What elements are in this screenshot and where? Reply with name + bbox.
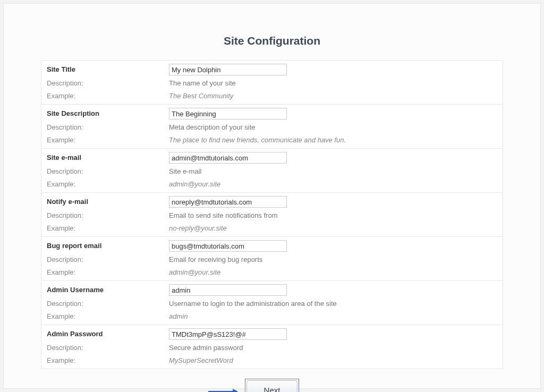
field-description: Email to send site notifications from	[169, 211, 277, 219]
site-description-input[interactable]	[169, 108, 287, 120]
config-panel: Site Configuration Site Title Descriptio…	[3, 3, 541, 389]
field-example: The Best Community	[169, 92, 233, 100]
field-example: admin@your.site	[169, 268, 220, 276]
example-label: Example:	[47, 224, 75, 232]
site-title-input[interactable]	[169, 64, 287, 75]
field-example: The place to find new friends, communica…	[169, 136, 346, 144]
svg-marker-1	[233, 389, 238, 392]
description-label: Description:	[47, 255, 83, 263]
description-label: Description:	[47, 79, 83, 87]
next-button-highlight: Next	[245, 379, 299, 392]
admin-username-input[interactable]	[169, 284, 287, 296]
field-description: Username to login to the administration …	[169, 300, 337, 308]
description-label: Description:	[47, 167, 83, 175]
notify-email-input[interactable]	[169, 196, 287, 208]
arrow-right-icon	[208, 388, 238, 392]
field-label: Site Description	[47, 109, 99, 117]
example-label: Example:	[47, 268, 75, 276]
field-example: admin	[169, 312, 188, 320]
description-label: Description:	[47, 123, 83, 131]
bug-email-input[interactable]	[169, 240, 287, 252]
field-group-admin-password: Admin Password Description: Secure admin…	[41, 325, 503, 369]
footer: Next	[41, 379, 503, 392]
field-group-admin-username: Admin Username Description: Username to …	[41, 281, 503, 325]
next-button[interactable]: Next	[246, 380, 298, 392]
example-label: Example:	[47, 180, 75, 188]
field-group-notify-email: Notify e-mail Description: Email to send…	[41, 193, 503, 237]
description-label: Description:	[47, 211, 83, 219]
example-label: Example:	[47, 312, 75, 320]
field-description: Meta description of your site	[169, 123, 256, 131]
field-label: Admin Username	[47, 286, 104, 294]
field-label: Admin Password	[47, 330, 103, 338]
field-example: MySuperSecretWord	[169, 356, 233, 364]
field-label: Site e-mail	[47, 154, 81, 161]
field-description: Email for receiving bug reports	[169, 255, 262, 263]
field-description: The name of your site	[169, 79, 236, 87]
field-group-site-title: Site Title Description: The name of your…	[41, 61, 503, 105]
field-description: Site e-mail	[169, 167, 201, 175]
field-example: no-reply@your.site	[169, 224, 227, 232]
config-form: Site Title Description: The name of your…	[41, 60, 503, 369]
example-label: Example:	[47, 92, 75, 100]
page-title: Site Configuration	[41, 35, 503, 47]
field-group-site-description: Site Description Description: Meta descr…	[41, 105, 503, 149]
field-description: Secure admin password	[169, 344, 243, 352]
field-label: Bug report email	[47, 242, 101, 250]
field-group-bug-email: Bug report email Description: Email for …	[41, 237, 503, 281]
field-example: admin@your.site	[169, 180, 220, 188]
field-group-site-email: Site e-mail Description: Site e-mail Exa…	[41, 149, 503, 193]
example-label: Example:	[47, 136, 75, 144]
admin-password-input[interactable]	[169, 328, 287, 340]
example-label: Example:	[47, 356, 75, 364]
description-label: Description:	[47, 344, 83, 352]
description-label: Description:	[47, 300, 83, 308]
site-email-input[interactable]	[169, 152, 287, 164]
field-label: Site Title	[47, 65, 75, 73]
field-label: Notify e-mail	[47, 198, 88, 206]
